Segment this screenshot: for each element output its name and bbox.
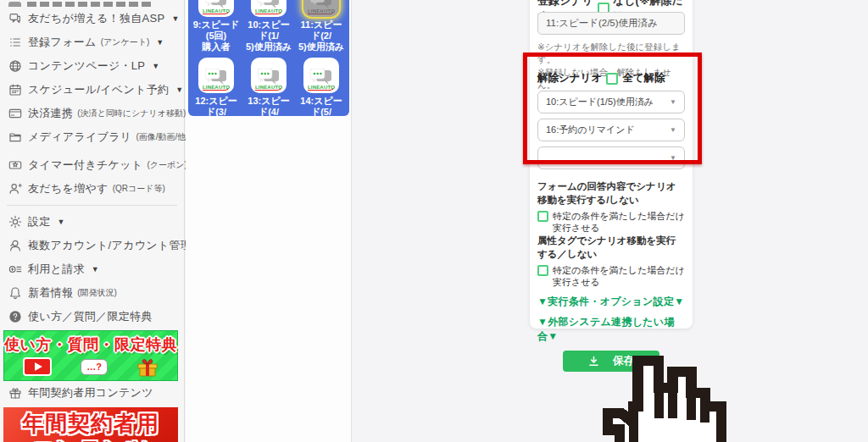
lineauto-logo: LINEAUTO — [203, 8, 230, 14]
question-icon — [8, 310, 22, 323]
lineauto-logo: LINEAUTO — [255, 85, 282, 91]
release-all-checkbox[interactable] — [606, 73, 618, 85]
release-scenario-select-2[interactable]: 16:予約のリマインド ▼ — [537, 119, 685, 141]
sidebar-item-label: 新着情報 — [28, 285, 73, 301]
scenario-tile-11-selected: LINEAUTO 11:スピード(2/ 5)使用済み — [296, 0, 347, 52]
caret-down-icon: ▼ — [152, 62, 159, 70]
sidebar-item-billing[interactable]: 利用と請求 ▼ — [0, 257, 184, 281]
help-banner-title: 使い方・質問・限定特典 — [4, 334, 177, 355]
sidebar-item-sublabel: (決済と同時にシナリオ移動) — [77, 108, 186, 119]
sidebar-item-sublabel: (画像/動画/他) — [136, 131, 188, 143]
folder-icon — [8, 130, 22, 144]
sidebar-item-sublabel: (開発状況) — [77, 287, 117, 299]
scenario-column: LINEAUTO 9:スピード(5回) 購入者 LINEAUTO 10:スピード… — [186, 0, 352, 442]
release-scenario-select-1[interactable]: 10:スピード(1/5)使用済み ▼ — [537, 91, 685, 113]
save-button-label: 保存 — [613, 354, 634, 368]
lineauto-logo: LINEAUTO — [255, 8, 282, 14]
speech-bubbles-icon — [310, 69, 332, 85]
attribute-tag-section-title: 属性タグでシナリオ移動を実行する／しない — [537, 234, 685, 261]
caret-down-icon: ▼ — [92, 265, 99, 273]
clipped-icon — [8, 2, 21, 7]
scenario-tile-button[interactable]: LINEAUTO — [198, 58, 234, 93]
gear-icon — [8, 215, 22, 229]
release-scenario-row: 解除シナリオ 全て解除 — [537, 71, 685, 86]
scenario-tile-label[interactable]: 11:スピード(2/ 5)使用済み — [296, 19, 347, 52]
sidebar-item-annual-content[interactable]: 年間契約者用コンテンツ — [0, 381, 184, 405]
bell-icon — [8, 286, 22, 300]
sidebar-item-label: 友だちを増やす — [28, 181, 108, 196]
form-answer-section-title: フォームの回答内容でシナリオ移動を実行する/しない — [537, 180, 685, 207]
scenario-tile-14: LINEAUTO 14:スピード(5/ 5)使用済み — [296, 58, 347, 116]
scenario-tile-button[interactable]: LINEAUTO — [303, 0, 339, 17]
sidebar-item-label: タイマー付きチケット — [28, 157, 142, 173]
sidebar-item-schedule[interactable]: スケジュール/イベント予約 ▼ — [0, 78, 184, 102]
sidebar-item-label: 登録フォーム — [28, 35, 97, 50]
caret-down-icon: ▼ — [171, 14, 179, 23]
person-add-icon — [8, 182, 22, 196]
external-system-link[interactable]: ▼外部システム連携したい場合▼ — [537, 315, 685, 344]
scenario-tile-label[interactable]: 10:スピード(1/ 5)使用済み — [243, 19, 294, 52]
scenario-tile-label[interactable]: 13:スピード(4/ 5)使用済み — [243, 96, 294, 116]
scenario-tile-label[interactable]: 12:スピード(3/ 5)使用済み — [191, 96, 242, 116]
speech-bubbles-icon — [310, 0, 332, 8]
people-icon — [8, 239, 22, 252]
help-banner[interactable]: 使い方・質問・限定特典 …? — [3, 330, 178, 381]
download-icon — [588, 356, 599, 367]
scenario-tile-button[interactable]: LINEAUTO — [303, 58, 339, 93]
tag-condition-label: 特定の条件を満たした場合だけ実行させる — [553, 264, 685, 288]
list-icon — [8, 36, 22, 49]
scenario-tile-12: LINEAUTO 12:スピード(3/ 5)使用済み — [191, 58, 242, 116]
speech-bubbles-icon — [258, 69, 280, 85]
sidebar-item-grow-friends[interactable]: 友だちを増やす (QRコード等) — [0, 177, 184, 201]
sidebar-item-content-lp[interactable]: コンテンツページ・LP ▼ — [0, 54, 184, 78]
clipped-label — [27, 2, 154, 7]
caret-down-icon: ▼ — [670, 154, 676, 162]
sidebar-item-media-library[interactable]: メディアライブラリ (画像/動画/他) — [0, 125, 184, 149]
save-button[interactable]: 保存 — [563, 351, 659, 372]
caret-down-icon: ▼ — [670, 126, 676, 134]
form-condition-checkbox[interactable] — [537, 211, 548, 222]
sidebar-item-settings[interactable]: 設定 ▼ — [0, 210, 184, 234]
speech-bubbles-icon — [205, 0, 227, 8]
globe-icon — [8, 59, 22, 73]
scenario-tile-button[interactable]: LINEAUTO — [251, 0, 287, 17]
gift-outline-icon — [8, 386, 22, 400]
sidebar-item-label: 年間契約者用コンテンツ — [28, 385, 153, 401]
sidebar-item-label: 複数アカウント/アカウント管理 — [28, 238, 192, 253]
form-condition-row: 特定の条件を満たした場合だけ実行させる — [537, 210, 685, 234]
scenario-tile-10: LINEAUTO 10:スピード(1/ 5)使用済み — [243, 0, 294, 52]
sidebar-item-news[interactable]: 新着情報 (開発状況) — [0, 281, 184, 305]
register-scenario-input[interactable]: 11:スピード(2/5)使用済み — [537, 12, 685, 35]
scenario-tile-button[interactable]: LINEAUTO — [251, 58, 287, 93]
sidebar-item-clipped[interactable] — [0, 0, 184, 7]
sidebar-item-register-form[interactable]: 登録フォーム (アンケート) ▼ — [0, 30, 184, 54]
caret-down-icon: ▼ — [175, 86, 183, 94]
execution-options-link[interactable]: ▼実行条件・オプション設定▼ — [537, 295, 685, 309]
release-scenario-select-3[interactable]: ... ▼ — [537, 146, 685, 169]
sidebar-item-asp[interactable]: 友だちが増える！独自ASP ▼ — [0, 7, 184, 30]
sidebar-item-label: 決済連携 — [28, 106, 73, 121]
sidebar-item-help[interactable]: 使い方／質問／限定特典 — [0, 305, 184, 329]
sidebar-item-payment[interactable]: 決済連携 (決済と同時にシナリオ移動) ▼ — [0, 102, 184, 125]
scenario-tile-label[interactable]: 14:スピード(5/ 5)使用済み — [296, 96, 347, 116]
form-condition-label: 特定の条件を満たした場合だけ実行させる — [553, 210, 685, 234]
sidebar-item-label: 設定 — [28, 214, 51, 229]
scenario-tile-button[interactable]: LINEAUTO — [198, 0, 234, 17]
sidebar-item-timer-ticket[interactable]: タイマー付きチケット (クーポン) ▼ — [0, 153, 184, 177]
scenario-tile-9: LINEAUTO 9:スピード(5回) 購入者 — [191, 0, 242, 52]
scenario-list-panel: LINEAUTO 9:スピード(5回) 購入者 LINEAUTO 10:スピード… — [188, 0, 349, 116]
release-all-label: 全て解除 — [622, 71, 665, 86]
annual-banner[interactable]: 年間契約者用 コンテンツ — [3, 407, 178, 442]
sidebar-item-label: コンテンツページ・LP — [28, 58, 145, 74]
sidebar-item-sublabel: (クーポン) — [147, 159, 186, 171]
app-window: 友だちが増える！独自ASP ▼ 登録フォーム (アンケート) ▼ コンテンツペー… — [0, 0, 868, 442]
sidebar-item-accounts[interactable]: 複数アカウント/アカウント管理 — [0, 234, 184, 257]
lineauto-logo: LINEAUTO — [308, 85, 335, 91]
sidebar-item-label: スケジュール/イベント予約 — [28, 82, 169, 97]
sidebar-item-sublabel: (アンケート) — [101, 36, 150, 48]
tag-condition-checkbox[interactable] — [537, 265, 548, 276]
chat-bubbles-icon — [8, 12, 22, 25]
speech-bubbles-icon — [258, 0, 280, 8]
sidebar-item-label: 使い方／質問／限定特典 — [28, 309, 153, 324]
scenario-tile-label[interactable]: 9:スピード(5回) 購入者 — [191, 19, 242, 52]
